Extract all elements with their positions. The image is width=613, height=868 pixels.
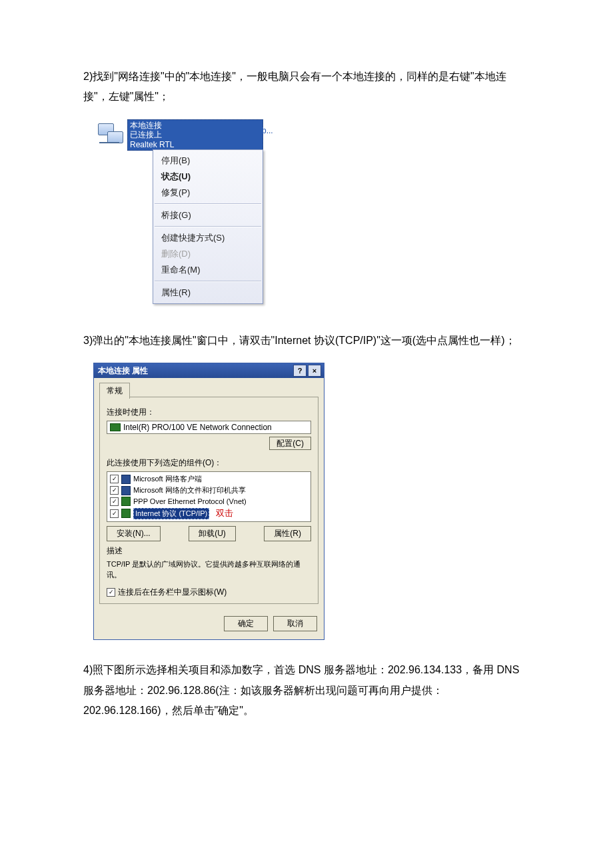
lac-line3: Realtek RTL	[130, 140, 261, 149]
menu-delete: 删除(D)	[153, 246, 263, 262]
tab-pane: 连接时使用： Intel(R) PRO/100 VE Network Conne…	[99, 397, 318, 604]
lac-line2: 已连接上	[130, 130, 261, 139]
checkbox-icon[interactable]: ✓	[110, 486, 119, 495]
component-fileshare[interactable]: ✓ Microsoft 网络的文件和打印机共享	[109, 485, 309, 496]
component-tcpip[interactable]: ✓ Internet 协议 (TCP/IP) 双击	[109, 507, 309, 520]
tab-general[interactable]: 常规	[99, 383, 130, 399]
double-click-annotation: 双击	[216, 507, 233, 519]
checkbox-icon[interactable]: ✓	[107, 588, 115, 597]
checkbox-icon[interactable]: ✓	[110, 509, 119, 518]
checkbox-icon[interactable]: ✓	[110, 497, 119, 506]
component-label: PPP Over Ethernet Protocol (Vnet)	[133, 497, 247, 505]
menu-disable[interactable]: 停用(B)	[153, 153, 263, 169]
component-buttons: 安装(N)... 卸载(U) 属性(R)	[107, 526, 311, 541]
dialog-titlebar: 本地连接 属性 ? ×	[94, 363, 324, 378]
menu-repair[interactable]: 修复(P)	[153, 185, 263, 201]
network-icon	[97, 123, 123, 147]
checkbox-icon[interactable]: ✓	[110, 475, 119, 483]
components-list: ✓ Microsoft 网络客户端 ✓ Microsoft 网络的文件和打印机共…	[107, 471, 311, 522]
description-label: 描述	[107, 545, 311, 557]
menu-bridge[interactable]: 桥接(G)	[153, 207, 263, 223]
context-menu: 停用(B) 状态(U) 修复(P) 桥接(G) 创建快捷方式(S) 删除(D) …	[153, 149, 263, 304]
menu-create-shortcut[interactable]: 创建快捷方式(S)	[153, 230, 263, 246]
service-icon	[121, 486, 131, 495]
component-label: Microsoft 网络客户端	[133, 474, 202, 484]
protocol-icon	[121, 497, 131, 506]
dialog-title: 本地连接 属性	[97, 365, 292, 377]
truncated-text: b...	[262, 126, 273, 135]
nic-icon	[110, 423, 121, 431]
menu-status[interactable]: 状态(U)	[153, 169, 263, 185]
menu-rename[interactable]: 重命名(M)	[153, 262, 263, 278]
lac-line1: 本地连接	[130, 121, 261, 130]
show-tray-option[interactable]: ✓ 连接后在任务栏中显示图标(W)	[107, 587, 311, 598]
dialog-body: 常规 连接时使用： Intel(R) PRO/100 VE Network Co…	[94, 378, 324, 611]
menu-properties[interactable]: 属性(R)	[153, 285, 263, 301]
help-button[interactable]: ?	[293, 365, 306, 377]
connect-using-label: 连接时使用：	[107, 407, 311, 418]
ok-button[interactable]: 确定	[224, 616, 268, 631]
close-button[interactable]: ×	[308, 365, 321, 377]
client-icon	[121, 475, 131, 484]
component-label: Microsoft 网络的文件和打印机共享	[133, 485, 246, 495]
document-page: 2)找到"网络连接"中的"本地连接"，一般电脑只会有一个本地连接的，同样的是右键…	[0, 0, 613, 868]
description-text: TCP/IP 是默认的广域网协议。它提供跨越多种互联网络的通讯。	[107, 559, 311, 580]
uninstall-button[interactable]: 卸载(U)	[189, 526, 236, 541]
screenshot-context-menu: 本地连接 已连接上 Realtek RTL 停用(B) 状态(U) 修复(P) …	[97, 119, 316, 304]
component-client[interactable]: ✓ Microsoft 网络客户端	[109, 473, 309, 485]
adapter-name: Intel(R) PRO/100 VE Network Connection	[123, 423, 272, 432]
paragraph-step3: 3)弹出的"本地连接属性"窗口中，请双击"Internet 协议(TCP/IP)…	[83, 331, 530, 351]
configure-button[interactable]: 配置(C)	[269, 437, 311, 450]
adapter-field: Intel(R) PRO/100 VE Network Connection	[107, 421, 311, 434]
cancel-button[interactable]: 取消	[273, 616, 317, 631]
component-label-selected: Internet 协议 (TCP/IP)	[133, 508, 209, 519]
component-properties-button[interactable]: 属性(R)	[264, 526, 311, 541]
install-button[interactable]: 安装(N)...	[107, 526, 161, 541]
local-connection-label[interactable]: 本地连接 已连接上 Realtek RTL	[127, 119, 263, 151]
component-pppoe[interactable]: ✓ PPP Over Ethernet Protocol (Vnet)	[109, 496, 309, 507]
show-tray-label: 连接后在任务栏中显示图标(W)	[118, 587, 227, 598]
paragraph-step2: 2)找到"网络连接"中的"本地连接"，一般电脑只会有一个本地连接的，同样的是右键…	[83, 67, 530, 107]
tab-strip: 常规	[99, 382, 318, 397]
screenshot-properties-dialog: 本地连接 属性 ? × 常规 连接时使用： Intel(R) PRO/100 V…	[93, 363, 324, 640]
components-label: 此连接使用下列选定的组件(O)：	[107, 457, 311, 469]
paragraph-step4: 4)照下图所示选择相关项目和添加数字，首选 DNS 服务器地址：202.96.1…	[83, 660, 530, 721]
protocol-icon	[121, 509, 131, 518]
dialog-footer: 确定 取消	[94, 611, 324, 639]
